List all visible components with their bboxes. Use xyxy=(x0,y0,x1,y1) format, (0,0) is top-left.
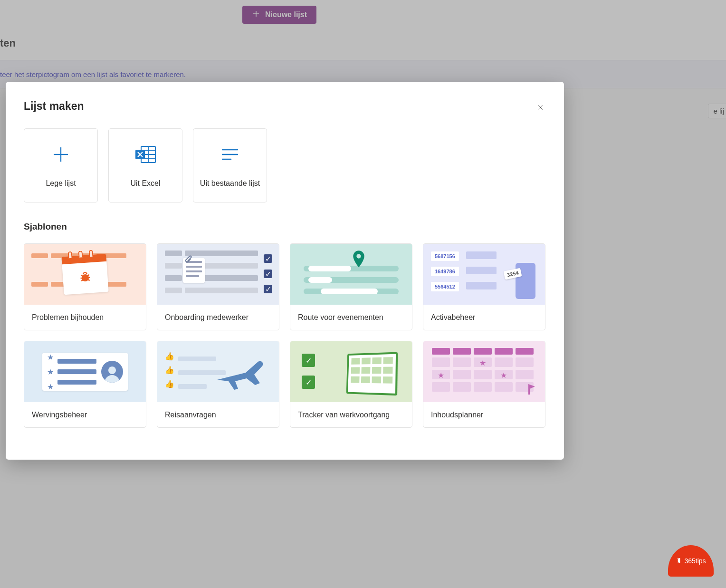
option-from-excel[interactable]: Uit Excel xyxy=(108,128,182,202)
close-button[interactable] xyxy=(535,103,546,114)
template-asset-manager[interactable]: 5687156 1649786 5564512 3254 Activabehee… xyxy=(423,243,545,330)
flag-icon xyxy=(527,383,537,397)
modal-title: Lijst maken xyxy=(24,100,84,113)
create-list-modal: Lijst maken Lege lijst xyxy=(6,82,564,460)
svg-line-21 xyxy=(88,280,90,281)
svg-line-18 xyxy=(81,275,83,277)
svg-point-23 xyxy=(108,366,116,374)
list-icon xyxy=(219,143,241,166)
template-label: Reisaanvragen xyxy=(157,402,279,427)
watermark-text: 365tips xyxy=(684,557,706,565)
asset-id: 5564512 xyxy=(431,282,459,291)
template-thumbnail xyxy=(24,244,146,305)
template-label: Inhoudsplanner xyxy=(423,402,545,427)
svg-line-20 xyxy=(81,280,83,281)
asset-id: 5687156 xyxy=(431,251,459,261)
template-content-scheduler[interactable]: ★ ★★ Inhoudsplanner xyxy=(423,341,545,428)
map-pin-icon xyxy=(352,251,365,270)
template-thumbnail: ✓ ✓ xyxy=(290,341,412,402)
option-from-existing[interactable]: Uit bestaande lijst xyxy=(193,128,267,202)
template-label: Problemen bijhouden xyxy=(24,305,146,330)
star-icon: ★ xyxy=(47,367,54,376)
template-thumbnail xyxy=(290,244,412,305)
bug-icon xyxy=(77,269,93,286)
option-label: Lege lijst xyxy=(46,179,76,188)
template-label: Wervingsbeheer xyxy=(24,402,146,427)
template-thumbnail: ★ ★ ★ xyxy=(24,341,146,402)
template-label: Activabeheer xyxy=(423,305,545,330)
create-options-row: Lege lijst Uit Excel xyxy=(24,128,546,202)
avatar-icon xyxy=(101,361,123,383)
template-label: Route voor evenementen xyxy=(290,305,412,330)
star-icon: ★ xyxy=(47,382,54,391)
option-label: Uit bestaande lijst xyxy=(200,179,260,188)
template-thumbnail: ✓ ✓ ✓ xyxy=(157,244,279,305)
excel-icon xyxy=(134,143,157,166)
star-icon: ★ xyxy=(47,353,54,362)
thumbs-up-icon: 👍 xyxy=(165,366,174,375)
check-icon: ✓ xyxy=(264,285,272,293)
template-thumbnail: 5687156 1649786 5564512 3254 xyxy=(423,244,545,305)
office-icon xyxy=(676,557,682,565)
thumbs-up-icon: 👍 xyxy=(165,352,174,361)
template-label: Onboarding medewerker xyxy=(157,305,279,330)
template-thumbnail: ★ ★★ xyxy=(423,341,545,402)
svg-point-22 xyxy=(356,254,361,258)
airplane-icon xyxy=(212,354,269,394)
star-icon: ★ xyxy=(479,358,486,367)
paperclip-icon xyxy=(184,254,193,264)
templates-section-title: Sjablonen xyxy=(24,222,546,232)
modal-header: Lijst maken xyxy=(24,100,546,114)
template-event-itinerary[interactable]: Route voor evenementen xyxy=(290,243,412,330)
thumbs-up-icon: 👍 xyxy=(165,379,174,388)
template-recruitment[interactable]: ★ ★ ★ Wervingsbeheer xyxy=(24,341,146,428)
check-icon: ✓ xyxy=(264,254,272,263)
template-travel-requests[interactable]: 👍 👍 👍 Reisaanvragen xyxy=(157,341,279,428)
template-issue-tracker[interactable]: Problemen bijhouden xyxy=(24,243,146,330)
template-label: Tracker van werkvoortgang xyxy=(290,402,412,427)
check-icon: ✓ xyxy=(302,376,315,389)
template-work-progress[interactable]: ✓ ✓ Tracker van werkvoortgang xyxy=(290,341,412,428)
star-icon: ★ xyxy=(500,371,507,380)
svg-line-19 xyxy=(87,275,89,276)
plus-icon xyxy=(49,143,72,166)
asset-id: 1649786 xyxy=(431,267,459,276)
check-icon: ✓ xyxy=(302,354,315,367)
option-label: Uit Excel xyxy=(130,179,160,188)
template-onboarding[interactable]: ✓ ✓ ✓ Onboarding medewerker xyxy=(157,243,279,330)
check-icon: ✓ xyxy=(264,270,272,278)
close-icon xyxy=(536,104,544,113)
option-blank-list[interactable]: Lege lijst xyxy=(24,128,98,202)
templates-grid: Problemen bijhouden ✓ ✓ ✓ xyxy=(24,243,546,428)
star-icon: ★ xyxy=(438,371,444,380)
template-thumbnail: 👍 👍 👍 xyxy=(157,341,279,402)
